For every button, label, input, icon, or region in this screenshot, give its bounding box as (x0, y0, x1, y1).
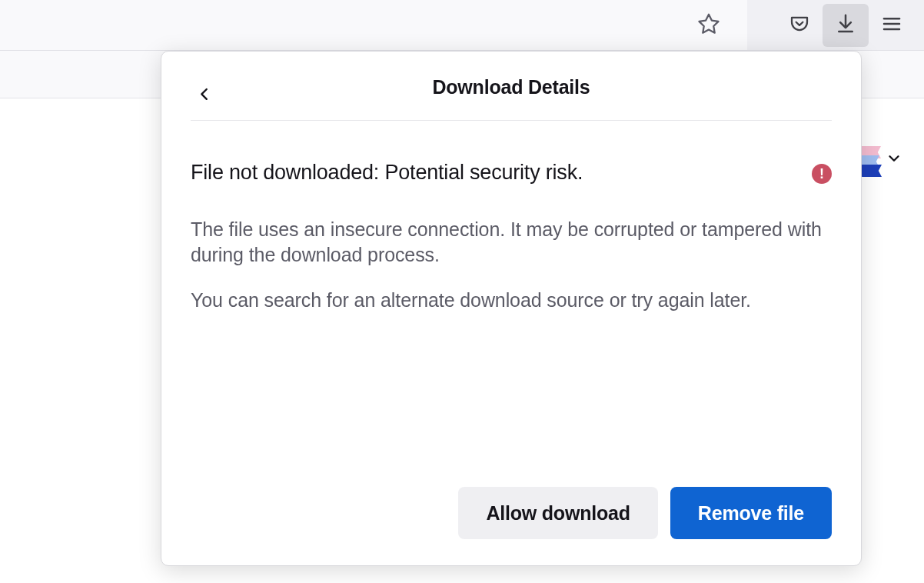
warning-description-1: The file uses an insecure connection. It… (191, 217, 832, 268)
right-edge-decoration (858, 146, 902, 174)
app-menu-button[interactable] (869, 4, 915, 47)
download-details-panel: Download Details File not downloaded: Po… (161, 51, 862, 566)
warning-heading: File not downloaded: Potential security … (191, 161, 583, 185)
remove-file-button[interactable]: Remove file (670, 487, 832, 539)
panel-actions: Allow download Remove file (191, 479, 832, 539)
browser-toolbar (0, 0, 924, 51)
warning-description-2: You can search for an alternate download… (191, 288, 832, 313)
download-icon (834, 12, 857, 38)
pocket-button[interactable] (776, 4, 823, 47)
chevron-left-icon (196, 83, 213, 108)
chevron-down-icon[interactable] (886, 150, 902, 170)
warning-row: File not downloaded: Potential security … (191, 161, 832, 185)
bookmark-star-button[interactable] (686, 4, 732, 47)
alert-icon: ! (812, 164, 832, 184)
allow-download-button[interactable]: Allow download (458, 487, 657, 539)
pocket-icon (788, 12, 811, 38)
panel-body: File not downloaded: Potential security … (191, 121, 832, 479)
back-button[interactable] (191, 82, 218, 109)
toolbar-right-icons (776, 0, 924, 51)
panel-title: Download Details (432, 76, 590, 98)
star-icon (696, 12, 721, 39)
panel-header: Download Details (191, 76, 832, 121)
hamburger-icon (880, 12, 903, 38)
url-bar-region[interactable] (0, 0, 747, 50)
downloads-button[interactable] (823, 4, 869, 47)
